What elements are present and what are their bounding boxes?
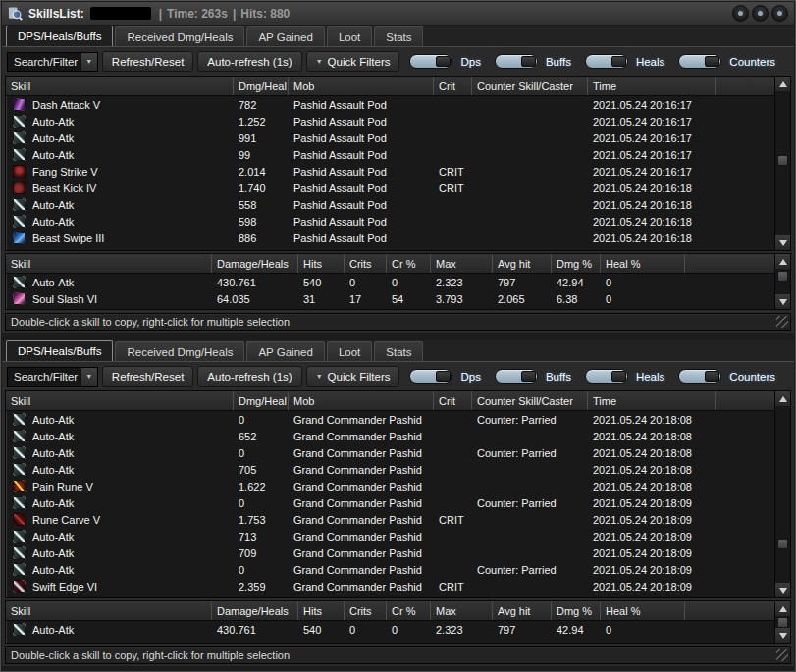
column-header-cr[interactable]: Cr % [387,254,431,273]
resize-grip[interactable] [776,649,788,661]
table-row[interactable]: Swift Edge VI2.359Grand Commander Pashid… [6,578,774,594]
scroll-thumb[interactable] [777,271,788,282]
scroll-down-icon[interactable] [775,628,790,643]
column-header-crit[interactable]: Crit [434,391,472,410]
toggle-heals[interactable] [585,54,628,69]
tab-loot[interactable]: Loot [327,26,372,46]
toggle-buffs[interactable] [495,369,538,384]
scroll-track[interactable] [775,91,790,235]
table-row[interactable]: Soul Slash VI64.0353117543.7932.0656.380 [6,290,774,307]
auto-refresh-button[interactable]: Auto-refresh (1s) [197,366,301,387]
column-header-mob[interactable]: Mob [289,77,434,95]
refresh-reset-button[interactable]: Refresh/Reset [102,51,194,72]
column-header-skill[interactable]: Skill [6,391,234,410]
scroll-thumb[interactable] [777,539,788,549]
table-row[interactable]: Auto-Atk0Grand Commander PashidCounter: … [6,444,774,461]
toggle-counters[interactable] [678,54,721,69]
column-header-time[interactable]: Time [588,77,716,95]
quick-filters-button[interactable]: ▼ Quick Filters [306,366,400,387]
scroll-track[interactable] [775,269,790,294]
column-header-heal[interactable]: Heal % [601,254,685,273]
column-header-crits[interactable]: Crits [345,601,387,620]
table-row[interactable]: Rune Carve V1.753Grand Commander PashidC… [6,511,774,528]
tab-received-dmg-heals[interactable]: Received Dmg/Heals [115,26,244,46]
search-filter-select[interactable]: Search/Filter ▼ [7,367,98,387]
titlebar-button[interactable] [771,5,788,22]
column-header-dmg-heal[interactable]: Dmg/Heal [234,391,289,410]
quick-filters-button[interactable]: ▼ Quick Filters [306,51,400,72]
table-row[interactable]: Auto-Atk0Grand Commander PashidCounter: … [6,494,774,511]
tab-dps-heals-buffs[interactable]: DPS/Heals/Buffs [6,340,113,361]
column-header-dmg-heal[interactable]: Dmg/Heal [234,77,289,95]
table-row[interactable]: Dash Attack V782Pashid Assault Pod2021.0… [6,96,774,113]
tab-dps-heals-buffs[interactable]: DPS/Heals/Buffs [6,26,113,46]
scroll-thumb[interactable] [777,617,788,628]
scroll-up-icon[interactable] [775,77,790,91]
scroll-up-icon[interactable] [775,601,790,616]
tab-ap-gained[interactable]: AP Gained [246,26,324,46]
column-header-time[interactable]: Time [588,391,716,410]
tab-ap-gained[interactable]: AP Gained [246,341,324,361]
log-scrollbar[interactable] [774,77,790,250]
column-header-crit[interactable]: Crit [434,77,472,95]
titlebar[interactable]: SkillsList: | Time: 263s | Hits: 880 [2,2,794,25]
log-scrollbar[interactable] [774,391,790,597]
table-row[interactable]: Auto-Atk991Pashid Assault Pod2021.05.24 … [6,129,774,146]
table-row[interactable]: Beast Kick IV1.740Pashid Assault PodCRIT… [6,180,774,196]
table-row[interactable]: Auto-Atk430.761540002.32379742.940 [6,274,774,290]
tab-stats[interactable]: Stats [374,341,423,361]
column-header-skill[interactable]: Skill [6,77,234,95]
table-row[interactable]: Auto-Atk430.761540002.32379742.940 [6,621,774,638]
table-row[interactable]: Auto-Atk705Grand Commander Pashid2021.05… [6,461,774,478]
resize-grip[interactable] [776,316,788,328]
column-header-mob[interactable]: Mob [289,391,434,410]
scroll-track[interactable] [775,616,790,628]
tab-received-dmg-heals[interactable]: Received Dmg/Heals [115,341,244,361]
scroll-thumb[interactable] [777,155,788,166]
tab-loot[interactable]: Loot [327,341,372,361]
table-row[interactable]: Auto-Atk558Pashid Assault Pod2021.05.24 … [6,196,774,213]
column-header-cr[interactable]: Cr % [387,601,431,620]
table-row[interactable]: Auto-Atk1.252Pashid Assault Pod2021.05.2… [6,113,774,129]
toggle-heals[interactable] [585,369,628,384]
chevron-down-icon[interactable]: ▼ [80,368,97,386]
column-header-max[interactable]: Max [431,254,493,273]
tab-stats[interactable]: Stats [374,26,423,46]
scroll-up-icon[interactable] [775,254,790,269]
toggle-dps[interactable] [409,54,452,69]
auto-refresh-button[interactable]: Auto-refresh (1s) [197,51,301,72]
column-header-avg-hit[interactable]: Avg hit [493,254,552,273]
titlebar-button[interactable] [732,5,749,22]
column-header-damage-heals[interactable]: Damage/Heals [212,254,298,273]
table-row[interactable]: Beast Swipe III886Pashid Assault Pod2021… [6,230,774,246]
column-header-skill[interactable]: Skill [6,254,212,273]
table-row[interactable]: Auto-Atk713Grand Commander Pashid2021.05… [6,528,774,544]
summary-scrollbar[interactable] [774,601,790,643]
column-header-crits[interactable]: Crits [345,254,387,273]
table-row[interactable]: Fang Strike V2.014Pashid Assault PodCRIT… [6,163,774,180]
column-header-avg-hit[interactable]: Avg hit [493,601,552,620]
column-header-dmg[interactable]: Dmg % [552,601,601,620]
column-header-hits[interactable]: Hits [298,601,345,620]
titlebar-button[interactable] [752,5,769,22]
scroll-up-icon[interactable] [775,391,790,406]
column-header-counter-skill-caster[interactable]: Counter Skill/Caster [472,391,588,410]
chevron-down-icon[interactable]: ▼ [80,53,97,71]
search-filter-select[interactable]: Search/Filter ▼ [7,52,98,72]
scroll-down-icon[interactable] [775,583,790,597]
table-row[interactable]: Auto-Atk598Pashid Assault Pod2021.05.24 … [6,213,774,230]
scroll-down-icon[interactable] [775,235,790,250]
refresh-reset-button[interactable]: Refresh/Reset [102,366,194,387]
scroll-down-icon[interactable] [775,294,790,309]
table-row[interactable]: Auto-Atk709Grand Commander Pashid2021.05… [6,544,774,561]
table-row[interactable]: Auto-Atk0Grand Commander PashidCounter: … [6,561,774,578]
toggle-dps[interactable] [409,369,452,384]
toggle-buffs[interactable] [495,54,538,69]
column-header-skill[interactable]: Skill [6,601,212,620]
table-row[interactable]: Pain Rune V1.622Grand Commander Pashid20… [6,478,774,494]
table-row[interactable]: Auto-Atk99Pashid Assault Pod2021.05.24 2… [6,146,774,163]
column-header-dmg[interactable]: Dmg % [552,254,601,273]
summary-scrollbar[interactable] [774,254,790,309]
column-header-heal[interactable]: Heal % [601,601,685,620]
scroll-track[interactable] [775,406,790,583]
